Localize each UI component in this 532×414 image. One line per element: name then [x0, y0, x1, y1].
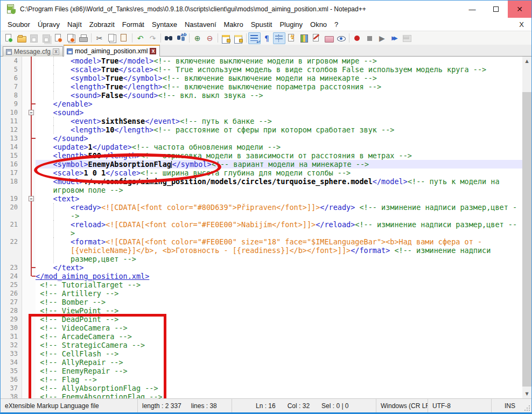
- fold-margin[interactable]: [27, 384, 36, 392]
- copy-button[interactable]: [106, 32, 118, 44]
- fold-margin[interactable]: [27, 82, 36, 91]
- line-text[interactable]: <!-- DeadPoint -->: [36, 315, 521, 324]
- fold-margin[interactable]: [27, 151, 36, 160]
- fold-margin[interactable]: [27, 367, 36, 375]
- code-line-5[interactable]: 5<scale>True</scale><!-- True используем…: [1, 65, 522, 74]
- code-line-37[interactable]: 37<!-- AllyAbsorptionFlag -->: [1, 384, 522, 392]
- bookmark-margin[interactable]: [22, 367, 27, 375]
- bookmark-margin[interactable]: [22, 263, 27, 272]
- monitoring-button[interactable]: [335, 32, 347, 44]
- paste-button[interactable]: [118, 32, 130, 44]
- line-text[interactable]: <model>True</model><!-- включение выключ…: [36, 57, 521, 65]
- line-text[interactable]: <scale>1 0 1</scale><!-- ширина высота г…: [36, 169, 521, 177]
- fold-margin[interactable]: [27, 324, 36, 332]
- sync-v-button[interactable]: [220, 32, 232, 44]
- code-line-18[interactable]: 18<model>./../configs/aiming_position/mo…: [1, 177, 522, 194]
- fold-margin[interactable]: [27, 100, 36, 108]
- code-line-12[interactable]: 12<length>10</length><!-- расстояние от …: [1, 125, 522, 134]
- tab-message-cfg[interactable]: Message.cfgx: [3, 46, 63, 57]
- fold-margin[interactable]: [27, 280, 36, 289]
- fold-margin[interactable]: [27, 143, 36, 151]
- code-line-17[interactable]: 17<scale>1 0 1</scale><!-- ширина высота…: [1, 169, 522, 177]
- bookmark-margin[interactable]: [22, 289, 27, 298]
- code-line-27[interactable]: 27<!-- Bomber -->: [1, 298, 522, 306]
- bookmark-margin[interactable]: [22, 272, 27, 280]
- fold-margin[interactable]: [27, 358, 36, 367]
- line-text[interactable]: <!-- VideoCamera -->: [36, 324, 521, 332]
- fold-margin[interactable]: [27, 375, 36, 384]
- code-line-8[interactable]: 8<sound>False</sound><!-- вкл. выкл звук…: [1, 91, 522, 100]
- bookmark-margin[interactable]: [22, 117, 27, 125]
- bookmark-margin[interactable]: [22, 151, 27, 160]
- line-text[interactable]: <sound>: [36, 108, 521, 117]
- line-text[interactable]: <text>: [36, 194, 521, 203]
- code-line-29[interactable]: 29<!-- DeadPoint -->: [1, 315, 522, 324]
- scroll-down-arrow[interactable]: ▼: [522, 389, 531, 398]
- code-line-22[interactable]: 22<format><![CDATA[<font color="#FE0E00"…: [1, 237, 522, 263]
- fold-margin[interactable]: [27, 272, 36, 280]
- menu-item-spustit[interactable]: Spustit: [247, 19, 276, 30]
- macro-record-button[interactable]: [351, 32, 363, 44]
- code-line-36[interactable]: 36<!-- Flag -->: [1, 375, 522, 384]
- bookmark-margin[interactable]: [22, 143, 27, 151]
- editor-area[interactable]: 4<model>True</model><!-- включение выклю…: [1, 57, 531, 398]
- fold-margin[interactable]: [27, 392, 36, 398]
- fold-margin[interactable]: [27, 108, 36, 117]
- resize-grip[interactable]: [523, 399, 531, 412]
- doc-map-button[interactable]: [298, 32, 310, 44]
- fold-margin[interactable]: [27, 306, 36, 315]
- vertical-scrollbar[interactable]: ▲ ▼: [522, 57, 531, 398]
- code-line-24[interactable]: 24</mod_aiming_position.xml>: [1, 272, 522, 280]
- fold-margin[interactable]: [27, 57, 36, 65]
- line-text[interactable]: <!-- EnemyAbsorptionFlag -->: [36, 392, 521, 398]
- bookmark-margin[interactable]: [22, 160, 27, 169]
- open-file-button[interactable]: [15, 32, 27, 44]
- line-text[interactable]: <length>500</length><!-- отрисовка модел…: [36, 151, 521, 160]
- zoom-out-button[interactable]: ⊖: [204, 32, 216, 44]
- menu-item-okno[interactable]: Okno: [306, 19, 331, 30]
- menu-item-najit[interactable]: Najít: [64, 19, 86, 30]
- code-line-33[interactable]: 33<!-- CellFlash -->: [1, 349, 522, 358]
- menu-item-pluginy[interactable]: Pluginy: [276, 19, 306, 30]
- close-all-button[interactable]: [65, 32, 77, 44]
- cut-button[interactable]: ✂: [93, 32, 106, 44]
- fold-margin[interactable]: [27, 169, 36, 177]
- fold-collapse-icon[interactable]: [29, 110, 34, 115]
- fold-margin[interactable]: [27, 332, 36, 341]
- menu-item-upravy[interactable]: Úpravy: [34, 19, 64, 30]
- bookmark-margin[interactable]: [22, 341, 27, 349]
- bookmark-margin[interactable]: [22, 91, 27, 100]
- macro-run-multiple-button[interactable]: ▶▶: [388, 32, 401, 44]
- fold-margin[interactable]: [27, 74, 36, 82]
- line-text[interactable]: </text>: [36, 263, 521, 272]
- udl-button[interactable]: [285, 32, 298, 44]
- code-line-23[interactable]: 23</text>: [1, 263, 522, 272]
- line-text[interactable]: <format><![CDATA[<font color="#FE0E00" s…: [36, 237, 521, 263]
- code-line-26[interactable]: 26<!-- Artillery -->: [1, 289, 522, 298]
- bookmark-margin[interactable]: [22, 108, 27, 117]
- code-line-35[interactable]: 35<!-- EnemyRepair -->: [1, 367, 522, 375]
- line-text[interactable]: <scale>True</scale><!-- True используем …: [36, 65, 521, 74]
- code-line-10[interactable]: 10<sound>: [1, 108, 522, 117]
- bookmark-margin[interactable]: [22, 237, 27, 263]
- code-line-25[interactable]: 25<!-- TutorialTarget -->: [1, 280, 522, 289]
- code-line-15[interactable]: 15<length>500</length><!-- отрисовка мод…: [1, 151, 522, 160]
- line-text[interactable]: <reload><![CDATA[<font color="#FE0E00">N…: [36, 220, 521, 237]
- code-line-28[interactable]: 28<!-- ViewPoint -->: [1, 306, 522, 315]
- bookmark-margin[interactable]: [22, 177, 27, 194]
- line-text[interactable]: <symbol>EnemyAbsorptionFlag</symbol><!--…: [36, 160, 521, 169]
- tab-close-icon[interactable]: x: [150, 48, 156, 54]
- fold-margin[interactable]: [27, 91, 36, 100]
- fold-margin[interactable]: [27, 177, 36, 194]
- bookmark-margin[interactable]: [22, 220, 27, 237]
- code-line-9[interactable]: 9</enable>: [1, 100, 522, 108]
- fold-margin[interactable]: [27, 298, 36, 306]
- scroll-up-arrow[interactable]: ▲: [522, 57, 531, 66]
- bookmark-margin[interactable]: [22, 169, 27, 177]
- fold-margin[interactable]: [27, 289, 36, 298]
- code-line-6[interactable]: 6<symbol>True</symbol><!-- включение вык…: [1, 74, 522, 82]
- fold-collapse-icon[interactable]: [29, 196, 34, 201]
- bookmark-margin[interactable]: [22, 100, 27, 108]
- line-text[interactable]: <symbol>True</symbol><!-- включение выкл…: [36, 74, 521, 82]
- bookmark-margin[interactable]: [22, 375, 27, 384]
